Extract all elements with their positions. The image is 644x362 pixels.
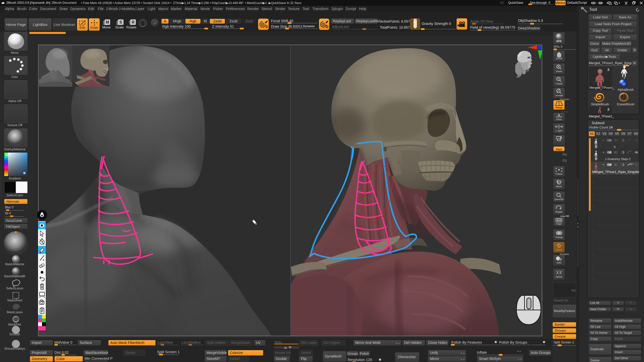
svg-text:R: R	[132, 20, 135, 24]
svg-text:M: M	[106, 20, 109, 24]
svg-text:D: D	[326, 25, 328, 29]
svg-text:S: S	[119, 20, 122, 24]
svg-text:S: S	[265, 25, 268, 29]
